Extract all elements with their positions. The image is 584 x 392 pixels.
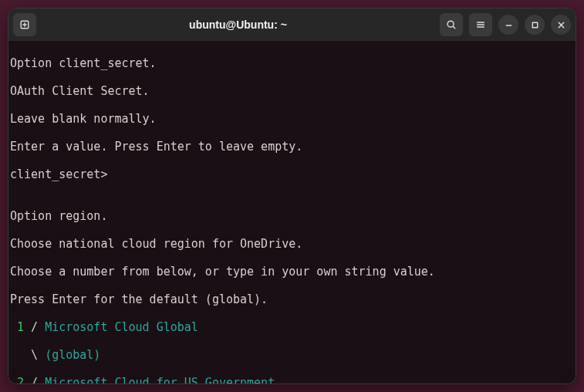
window-title: ubuntu@Ubuntu: ~ [42,19,434,31]
option-slash: / [31,320,45,334]
terminal-option: 1 / Microsoft Cloud Global [10,320,569,334]
option-slash: / [31,376,45,384]
terminal-line: Option region. [10,209,569,223]
minimize-button[interactable] [498,15,518,35]
terminal-line: Press Enter for the default (global). [10,292,569,306]
terminal-line: Enter a value. Press Enter to leave empt… [10,140,569,154]
terminal-scroll[interactable]: Option client_secret. OAuth Client Secre… [8,41,576,384]
option-description: Microsoft Cloud for US Government [45,376,275,384]
maximize-button[interactable] [525,15,545,35]
option-description: Microsoft Cloud Global [45,320,198,334]
terminal-line: Choose a number from below, or type in y… [10,265,569,279]
terminal-window: ubuntu@Ubuntu: ~ Option client_secret. O… [8,8,576,384]
terminal-line: Leave blank normally. [10,112,569,126]
option-back: \ [10,348,45,362]
titlebar: ubuntu@Ubuntu: ~ [8,8,576,41]
terminal-line: OAuth Client Secret. [10,84,569,98]
terminal-line: Option client_secret. [10,56,569,70]
terminal-prompt: client_secret> [10,167,569,181]
new-tab-button[interactable] [13,13,36,36]
terminal-line: Choose national cloud region for OneDriv… [10,237,569,251]
terminal-option: 2 / Microsoft Cloud for US Government [10,376,569,384]
menu-button[interactable] [469,13,492,36]
option-number: 2 [10,376,31,384]
option-number: 1 [10,320,31,334]
svg-rect-2 [532,22,537,27]
close-button[interactable] [551,15,571,35]
terminal-body[interactable]: Option client_secret. OAuth Client Secre… [8,41,576,384]
option-value: (global) [45,348,100,362]
search-button[interactable] [440,13,463,36]
terminal-option-value: \ (global) [10,348,569,362]
